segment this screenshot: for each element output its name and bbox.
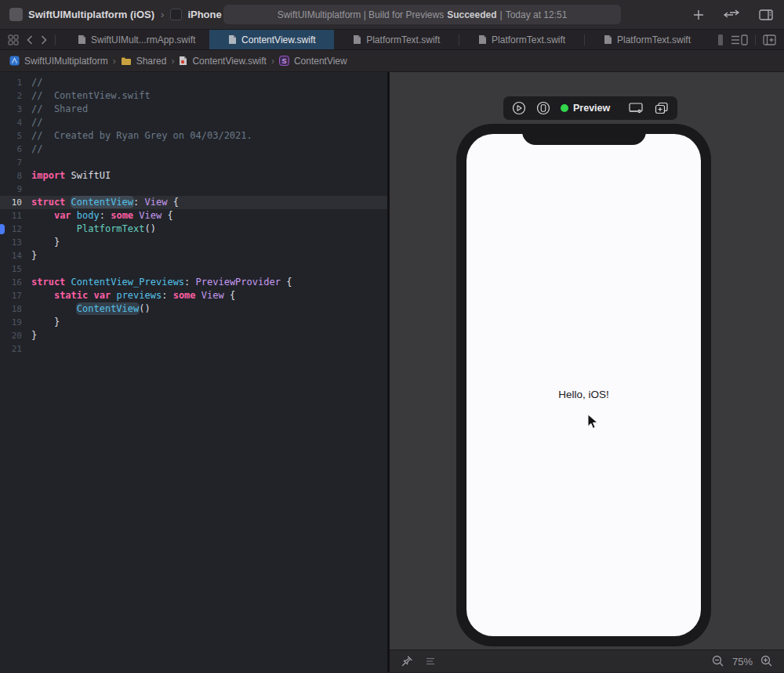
preview-status-dot [561,104,568,112]
back-button[interactable] [27,35,33,45]
breadcrumb-item-shared[interactable]: Shared [121,56,167,67]
preview-on-device-button[interactable] [536,101,550,115]
code-line-11[interactable]: 11 var body: some View { [0,209,387,223]
chevron-right-icon: › [113,56,116,67]
document-icon [604,34,612,45]
breadcrumb-item-swiftuimultiplatform[interactable]: SwiftUIMultiplatform [9,56,108,67]
line-number: 12 [0,223,31,236]
line-number: 8 [0,169,31,183]
tab-label: PlatformText.swift [366,34,440,45]
inspector-toggle-button[interactable] [759,9,773,20]
code-line-3[interactable]: 3// Shared [0,103,387,116]
code-line-12[interactable]: 12 PlatformText() [0,223,387,236]
related-items-grid-icon[interactable] [8,34,19,45]
tab-platformtext-swift[interactable]: PlatformText.swift [334,30,459,49]
line-number: 7 [0,156,31,169]
line-number: 6 [0,143,31,156]
app-icon [9,56,20,66]
code-line-1[interactable]: 1// [0,76,387,89]
line-number: 20 [0,329,31,342]
code-line-10[interactable]: 10struct ContentView: View { [0,196,387,209]
code-line-18[interactable]: 18 ContentView() [0,302,387,316]
focused-line-marker [0,224,5,234]
tab-swiftuimult-rmapp-swift[interactable]: SwiftUIMult...rmApp.swift [64,30,209,49]
code-line-4[interactable]: 4// [0,116,387,129]
chevron-right-icon: › [160,9,165,20]
iphone-preview-screen[interactable]: Hello, iOS! [466,134,701,636]
add-editor-button[interactable] [763,34,776,45]
document-thumbnail-icon [717,34,724,46]
code-line-15[interactable]: 15 [0,262,387,276]
code-editor[interactable]: 1//2// ContentView.swift3// Shared4//5//… [0,72,390,672]
scheme-selector[interactable]: SwiftUIMultiplatform (iOS) [28,9,154,20]
code-line-13[interactable]: 13 } [0,236,387,249]
document-icon [228,34,237,45]
code-text: // [31,116,42,129]
tab-platformtext-swift[interactable]: PlatformText.swift [585,30,710,49]
preview-toolbar: Preview [503,96,677,120]
device-settings-button[interactable] [628,102,644,114]
code-text: PlatformText() [31,223,156,236]
tab-label: PlatformText.swift [617,34,691,45]
status-project-build: SwiftUIMultiplatform | Build for Preview… [278,9,445,20]
code-line-21[interactable]: 21 [0,342,387,356]
line-number: 5 [0,129,31,143]
line-number: 17 [0,289,31,302]
code-text: // ContentView.swift [31,89,151,103]
line-number: 18 [0,302,31,316]
line-number: 4 [0,116,31,129]
iphone-preview-frame: Hello, iOS! [456,124,711,646]
struct-icon: S [279,56,289,66]
run-destination-icon [170,9,182,20]
tab-platformtext-swift[interactable]: PlatformText.swift [459,30,584,49]
code-line-9[interactable]: 9 [0,183,387,196]
code-line-20[interactable]: 20} [0,329,387,342]
zoom-out-button[interactable] [712,655,724,668]
xcode-window: SwiftUIMultiplatform (iOS) › iPhone 12 S… [0,0,784,673]
version-editor-arrows-icon[interactable] [723,9,740,20]
code-text: // Shared [31,103,88,116]
code-line-19[interactable]: 19 } [0,316,387,329]
canvas-bottom-bar: 75% [390,649,784,672]
code-line-16[interactable]: 16struct ContentView_Previews: PreviewPr… [0,276,387,289]
iphone-notch [522,124,646,145]
line-number: 10 [0,196,31,209]
add-button[interactable] [693,9,704,20]
toolbar: SwiftUIMultiplatform (iOS) › iPhone 12 S… [0,0,784,30]
code-text: ContentView() [31,302,151,316]
line-number: 3 [0,103,31,116]
document-icon [353,34,361,45]
duplicate-preview-button[interactable] [655,102,669,114]
swift-file-icon [179,56,187,66]
pin-preview-button[interactable] [401,655,413,668]
code-line-8[interactable]: 8import SwiftUI [0,169,387,183]
breadcrumb-item-contentview-swift[interactable]: ContentView.swift [179,56,267,67]
live-preview-play-button[interactable] [512,101,526,115]
preview-canvas: Preview [390,72,784,672]
code-line-17[interactable]: 17 static var previews: some View { [0,289,387,302]
line-number: 1 [0,76,31,89]
code-line-2[interactable]: 2// ContentView.swift [0,89,387,103]
code-text: } [31,249,37,262]
breadcrumb-item-contentview[interactable]: SContentView [279,56,347,67]
forward-button[interactable] [41,35,47,45]
preview-list-icon[interactable] [426,657,435,665]
code-text: import SwiftUI [31,169,111,183]
editor-options-button[interactable] [731,34,748,45]
zoom-in-button[interactable] [760,655,773,668]
code-text: // Created by Ryan Grey on 04/03/2021. [31,129,252,143]
code-text: // [31,143,42,156]
status-result: Succeeded [447,9,496,20]
breadcrumb-label: Shared [136,56,167,67]
code-text: static var previews: some View { [31,289,235,302]
zoom-level[interactable]: 75% [732,656,753,668]
line-number: 16 [0,276,31,289]
document-icon [78,34,86,45]
tab-contentview-swift[interactable]: ContentView.swift [209,30,334,49]
code-line-7[interactable]: 7 [0,156,387,169]
tab-label: PlatformText.swift [492,34,565,45]
code-line-6[interactable]: 6// [0,143,387,156]
code-line-14[interactable]: 14} [0,249,387,262]
code-line-5[interactable]: 5// Created by Ryan Grey on 04/03/2021. [0,129,387,143]
code-text: // [31,76,42,89]
